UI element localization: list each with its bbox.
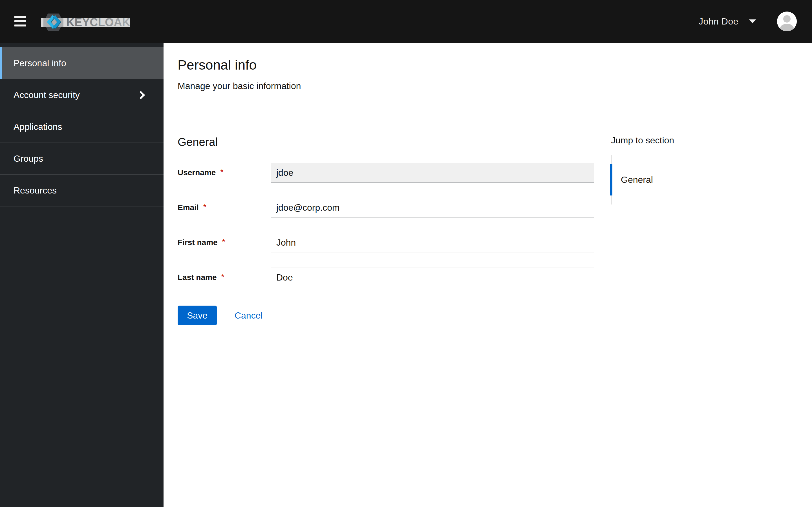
section-title-general: General <box>177 135 594 149</box>
required-asterisk: * <box>220 168 223 176</box>
sidebar-item-label: Applications <box>13 122 62 132</box>
form-actions: Save Cancel <box>177 305 594 325</box>
keycloak-logo: KEYCLOAK <box>41 7 132 39</box>
sidebar-item-applications[interactable]: Applications <box>0 111 163 143</box>
sidebar-item-resources[interactable]: Resources <box>0 175 163 207</box>
avatar[interactable] <box>777 11 797 31</box>
cancel-link[interactable]: Cancel <box>235 311 263 321</box>
sidebar-item-label: Groups <box>13 154 43 164</box>
email-field[interactable] <box>271 198 594 217</box>
chevron-right-icon <box>137 91 145 99</box>
required-asterisk: * <box>221 272 224 281</box>
sidebar-nav: Personal info Account security Applicati… <box>0 43 163 507</box>
main-content: Personal info Manage your basic informat… <box>163 43 812 507</box>
general-section: General Username* Email* First <box>177 135 594 325</box>
hamburger-menu-icon[interactable] <box>14 16 26 27</box>
personal-info-form: Username* Email* First name* <box>177 163 594 325</box>
jump-to-section-title: Jump to section <box>611 135 674 146</box>
jump-link-general[interactable]: General <box>612 164 674 195</box>
sidebar-item-groups[interactable]: Groups <box>0 143 163 175</box>
sidebar-item-personal-info[interactable]: Personal info <box>0 47 163 79</box>
sidebar-item-label: Resources <box>13 185 57 196</box>
form-row-first-name: First name* <box>177 233 594 252</box>
user-name: John Doe <box>699 16 739 27</box>
sidebar-item-label: Personal info <box>13 58 66 68</box>
avatar-icon <box>777 11 797 31</box>
username-field <box>271 163 594 182</box>
chevron-down-icon <box>749 19 756 23</box>
sidebar-item-account-security[interactable]: Account security <box>0 79 163 111</box>
form-row-email: Email* <box>177 198 594 217</box>
page-title: Personal info <box>177 56 812 74</box>
first-name-field[interactable] <box>271 233 594 252</box>
user-menu[interactable]: John Doe <box>699 0 797 43</box>
masthead: KEYCLOAK John Doe <box>0 0 812 43</box>
keycloak-wordmark: KEYCLOAK <box>66 15 130 29</box>
page-subtitle: Manage your basic information <box>177 80 812 92</box>
form-row-last-name: Last name* <box>177 268 594 287</box>
sidebar-item-label: Account security <box>13 90 80 100</box>
form-row-username: Username* <box>177 163 594 182</box>
required-asterisk: * <box>222 237 225 246</box>
username-label: Username* <box>177 168 271 177</box>
first-name-label: First name* <box>177 238 271 247</box>
content-row: General Username* Email* First <box>177 135 812 325</box>
email-label: Email* <box>177 203 271 212</box>
last-name-label: Last name* <box>177 273 271 282</box>
save-button[interactable]: Save <box>177 305 217 325</box>
jump-to-section: Jump to section General <box>611 135 674 205</box>
jump-links-list: General <box>611 155 674 205</box>
last-name-field[interactable] <box>271 268 594 287</box>
keycloak-logo-graphic: KEYCLOAK <box>41 7 132 38</box>
required-asterisk: * <box>203 203 206 211</box>
